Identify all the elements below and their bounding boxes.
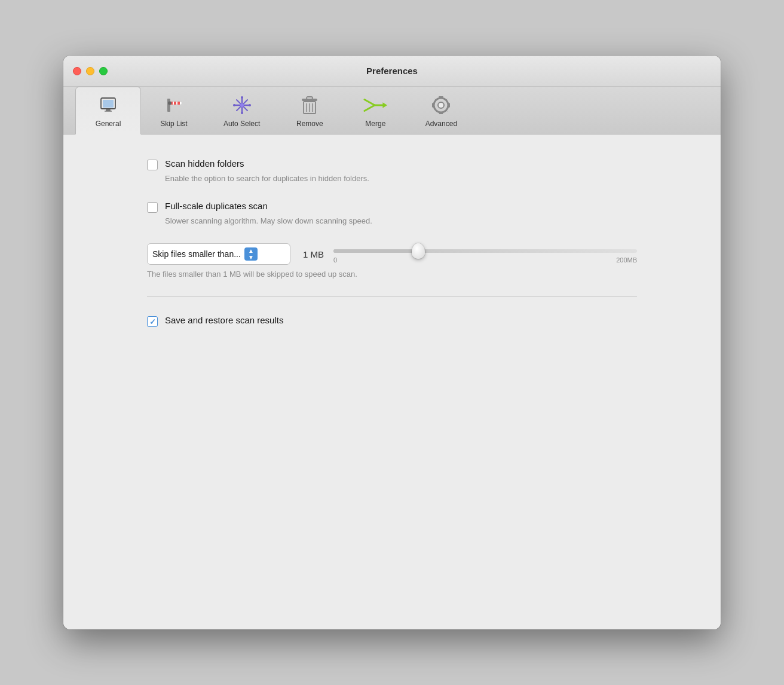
tab-auto-select-label: Auto Select [223,120,260,128]
slider-container: 0 200MB [333,244,637,264]
tab-merge-label: Merge [365,120,385,128]
svg-line-25 [365,99,375,105]
svg-point-9 [168,101,172,105]
scan-hidden-section: Scan hidden folders Enable the option to… [147,158,637,183]
full-scale-checkbox[interactable] [147,202,158,213]
full-scale-section: Full-scale duplicates scan Slower scanni… [147,201,637,225]
skip-list-icon [162,93,186,117]
svg-rect-4 [167,99,170,112]
scan-hidden-checkbox[interactable] [147,160,158,170]
slider-min-label: 0 [333,256,337,264]
svg-point-17 [249,104,251,106]
svg-rect-1 [103,100,114,108]
svg-rect-20 [307,97,313,99]
skip-files-row: Skip files smaller than... ▲ ▼ 1 MB 0 [147,243,637,265]
full-scale-label: Full-scale duplicates scan [165,201,268,211]
slider-filled [333,249,418,253]
window-title: Preferences [366,66,418,76]
tab-general[interactable]: General [75,87,141,134]
slider-track[interactable] [333,249,637,253]
svg-rect-7 [174,102,176,105]
toolbar: General Skip List [63,87,721,134]
advanced-icon [429,93,453,117]
titlebar: Preferences [63,56,721,87]
svg-point-14 [241,96,243,99]
scan-hidden-option-row: Scan hidden folders [147,158,637,170]
skip-files-dropdown[interactable]: Skip files smaller than... ▲ ▼ [147,243,290,265]
full-scale-description: Slower scanning algorithm. May slow down… [165,216,637,225]
remove-icon [298,93,321,117]
content-area: Scan hidden folders Enable the option to… [63,134,721,629]
tab-advanced-label: Advanced [425,120,457,128]
section-divider [147,296,637,297]
save-restore-section: Save and restore scan results [147,315,637,327]
tab-remove[interactable]: Remove [277,87,342,134]
slider-thumb[interactable] [412,243,425,259]
tab-skip-list-label: Skip List [160,120,187,128]
tab-merge[interactable]: Merge [342,87,408,134]
svg-marker-28 [383,102,388,108]
save-restore-label: Save and restore scan results [165,315,283,325]
tab-auto-select[interactable]: Auto Select [207,87,277,134]
merge-icon [363,93,387,117]
save-restore-option-row: Save and restore scan results [147,315,637,327]
svg-line-26 [365,105,375,111]
minimize-button[interactable] [86,67,94,75]
save-restore-checkbox[interactable] [147,316,158,327]
general-icon [96,93,120,117]
full-scale-option-row: Full-scale duplicates scan [147,201,637,213]
tab-advanced[interactable]: Advanced [408,87,474,134]
svg-point-30 [438,102,444,108]
auto-select-icon [230,93,254,117]
dropdown-label: Skip files smaller than... [152,249,241,259]
maximize-button[interactable] [99,67,108,75]
slider-labels: 0 200MB [333,256,637,264]
skip-files-section: Skip files smaller than... ▲ ▼ 1 MB 0 [147,243,637,279]
scan-hidden-label: Scan hidden folders [165,158,244,169]
svg-point-18 [240,103,244,107]
slider-max-label: 200MB [616,256,637,264]
dropdown-arrows-icon: ▲ ▼ [244,247,258,261]
skip-files-description: The files smaller than 1 MB will be skip… [147,270,637,279]
tab-general-label: General [96,120,121,128]
svg-point-15 [241,112,243,114]
svg-rect-8 [177,102,180,105]
slider-value: 1 MB [300,249,324,259]
scan-hidden-description: Enable the option to search for duplicat… [165,174,637,183]
tab-remove-label: Remove [296,120,323,128]
svg-point-16 [233,104,235,106]
traffic-lights [73,67,108,75]
tab-skip-list[interactable]: Skip List [141,87,207,134]
preferences-window: Preferences General [63,56,721,629]
close-button[interactable] [73,67,81,75]
